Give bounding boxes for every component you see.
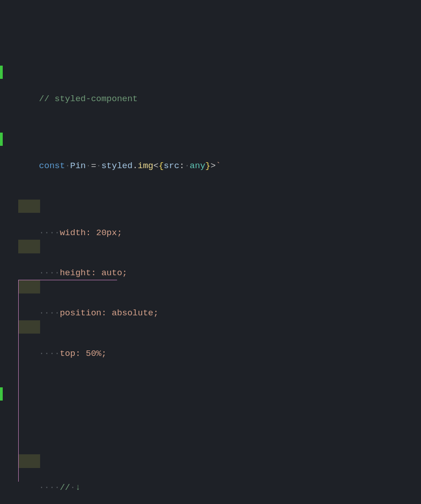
- identifier: styled: [101, 161, 132, 171]
- template-backtick: `: [216, 161, 221, 171]
- code-line: [0, 387, 421, 401]
- css-rule: height: auto;: [60, 268, 127, 278]
- bracket-guide-vertical: [18, 280, 19, 482]
- css-rule: width: 20px;: [60, 228, 122, 238]
- code-line: ····position: absolute;: [0, 280, 421, 293]
- css-rule: top: 50%;: [60, 349, 107, 359]
- code-editor[interactable]: // styled-component const·Pin·=·styled.i…: [0, 0, 421, 504]
- down-arrow-icon: ↓: [75, 483, 80, 493]
- indent-dots: ····: [39, 228, 60, 238]
- brace-close: }: [205, 161, 210, 171]
- identifier: Pin: [70, 161, 86, 171]
- brace-open: {: [159, 161, 164, 171]
- comment: //·↓: [60, 483, 81, 493]
- diff-marker: [0, 133, 3, 146]
- keyword-const: const: [39, 161, 65, 171]
- diff-marker: [0, 387, 3, 401]
- code-line: ····width: 20px;: [0, 200, 421, 213]
- code-line: ····top: 50%;: [0, 320, 421, 334]
- code-line: const·Pin·=·styled.img<{src:·any}>`: [0, 133, 421, 146]
- code-line: // styled-component: [0, 66, 421, 79]
- code-line: ····//·↓: [0, 454, 421, 468]
- whitespace-dot: ·: [65, 161, 70, 171]
- code-line: ····height: auto;: [0, 240, 421, 253]
- member: img: [138, 161, 153, 171]
- comment: // styled-component: [39, 94, 138, 104]
- type-any: any: [190, 161, 205, 171]
- diff-marker: [0, 66, 3, 79]
- operator-equals: =: [91, 161, 96, 171]
- bracket-guide-top: [19, 280, 117, 280]
- css-rule: position: absolute;: [60, 308, 159, 318]
